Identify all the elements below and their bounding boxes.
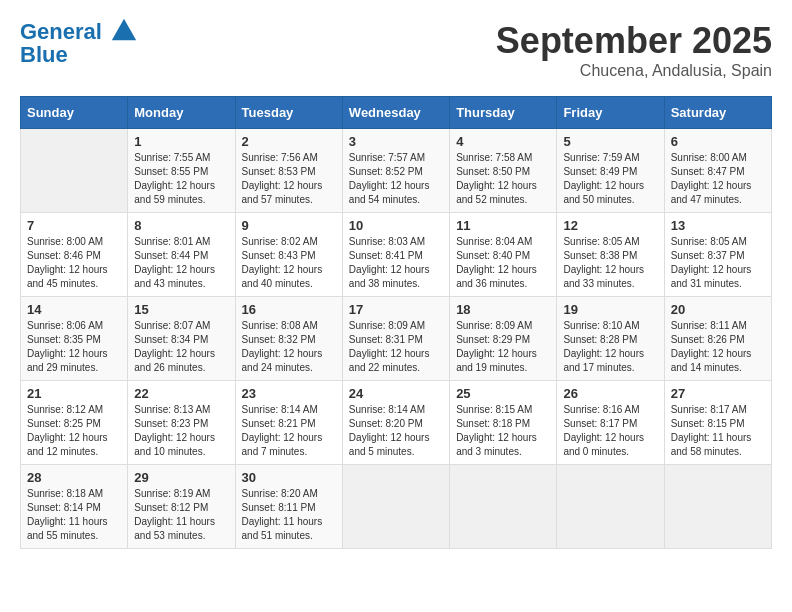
calendar-cell: 13Sunrise: 8:05 AM Sunset: 8:37 PM Dayli… bbox=[664, 213, 771, 297]
month-title: September 2025 bbox=[496, 20, 772, 62]
subtitle: Chucena, Andalusia, Spain bbox=[496, 62, 772, 80]
day-number: 4 bbox=[456, 134, 550, 149]
day-info: Sunrise: 8:02 AM Sunset: 8:43 PM Dayligh… bbox=[242, 235, 336, 291]
day-info: Sunrise: 8:00 AM Sunset: 8:46 PM Dayligh… bbox=[27, 235, 121, 291]
calendar-cell: 27Sunrise: 8:17 AM Sunset: 8:15 PM Dayli… bbox=[664, 381, 771, 465]
calendar-cell bbox=[557, 465, 664, 549]
day-info: Sunrise: 7:58 AM Sunset: 8:50 PM Dayligh… bbox=[456, 151, 550, 207]
day-number: 14 bbox=[27, 302, 121, 317]
day-info: Sunrise: 8:14 AM Sunset: 8:20 PM Dayligh… bbox=[349, 403, 443, 459]
day-info: Sunrise: 8:16 AM Sunset: 8:17 PM Dayligh… bbox=[563, 403, 657, 459]
day-number: 7 bbox=[27, 218, 121, 233]
day-header-friday: Friday bbox=[557, 97, 664, 129]
day-info: Sunrise: 7:57 AM Sunset: 8:52 PM Dayligh… bbox=[349, 151, 443, 207]
calendar-cell: 10Sunrise: 8:03 AM Sunset: 8:41 PM Dayli… bbox=[342, 213, 449, 297]
calendar-cell: 15Sunrise: 8:07 AM Sunset: 8:34 PM Dayli… bbox=[128, 297, 235, 381]
calendar-cell: 12Sunrise: 8:05 AM Sunset: 8:38 PM Dayli… bbox=[557, 213, 664, 297]
calendar-cell bbox=[21, 129, 128, 213]
calendar-cell: 5Sunrise: 7:59 AM Sunset: 8:49 PM Daylig… bbox=[557, 129, 664, 213]
calendar-cell: 16Sunrise: 8:08 AM Sunset: 8:32 PM Dayli… bbox=[235, 297, 342, 381]
calendar-cell: 19Sunrise: 8:10 AM Sunset: 8:28 PM Dayli… bbox=[557, 297, 664, 381]
week-row-5: 28Sunrise: 8:18 AM Sunset: 8:14 PM Dayli… bbox=[21, 465, 772, 549]
title-area: September 2025 Chucena, Andalusia, Spain bbox=[496, 20, 772, 80]
calendar-cell: 8Sunrise: 8:01 AM Sunset: 8:44 PM Daylig… bbox=[128, 213, 235, 297]
calendar-cell: 11Sunrise: 8:04 AM Sunset: 8:40 PM Dayli… bbox=[450, 213, 557, 297]
calendar-cell bbox=[664, 465, 771, 549]
calendar-table: SundayMondayTuesdayWednesdayThursdayFrid… bbox=[20, 96, 772, 549]
day-number: 17 bbox=[349, 302, 443, 317]
day-number: 3 bbox=[349, 134, 443, 149]
day-info: Sunrise: 8:01 AM Sunset: 8:44 PM Dayligh… bbox=[134, 235, 228, 291]
day-number: 8 bbox=[134, 218, 228, 233]
day-number: 12 bbox=[563, 218, 657, 233]
day-info: Sunrise: 8:09 AM Sunset: 8:31 PM Dayligh… bbox=[349, 319, 443, 375]
week-row-1: 1Sunrise: 7:55 AM Sunset: 8:55 PM Daylig… bbox=[21, 129, 772, 213]
calendar-cell: 9Sunrise: 8:02 AM Sunset: 8:43 PM Daylig… bbox=[235, 213, 342, 297]
calendar-cell: 18Sunrise: 8:09 AM Sunset: 8:29 PM Dayli… bbox=[450, 297, 557, 381]
day-number: 18 bbox=[456, 302, 550, 317]
day-info: Sunrise: 7:56 AM Sunset: 8:53 PM Dayligh… bbox=[242, 151, 336, 207]
calendar-cell: 21Sunrise: 8:12 AM Sunset: 8:25 PM Dayli… bbox=[21, 381, 128, 465]
day-info: Sunrise: 8:00 AM Sunset: 8:47 PM Dayligh… bbox=[671, 151, 765, 207]
calendar-cell: 25Sunrise: 8:15 AM Sunset: 8:18 PM Dayli… bbox=[450, 381, 557, 465]
day-number: 11 bbox=[456, 218, 550, 233]
day-info: Sunrise: 8:11 AM Sunset: 8:26 PM Dayligh… bbox=[671, 319, 765, 375]
calendar-cell: 1Sunrise: 7:55 AM Sunset: 8:55 PM Daylig… bbox=[128, 129, 235, 213]
calendar-cell: 30Sunrise: 8:20 AM Sunset: 8:11 PM Dayli… bbox=[235, 465, 342, 549]
day-info: Sunrise: 7:59 AM Sunset: 8:49 PM Dayligh… bbox=[563, 151, 657, 207]
day-info: Sunrise: 8:03 AM Sunset: 8:41 PM Dayligh… bbox=[349, 235, 443, 291]
day-number: 30 bbox=[242, 470, 336, 485]
day-info: Sunrise: 8:05 AM Sunset: 8:38 PM Dayligh… bbox=[563, 235, 657, 291]
day-number: 23 bbox=[242, 386, 336, 401]
week-row-4: 21Sunrise: 8:12 AM Sunset: 8:25 PM Dayli… bbox=[21, 381, 772, 465]
calendar-cell: 3Sunrise: 7:57 AM Sunset: 8:52 PM Daylig… bbox=[342, 129, 449, 213]
logo: General Blue bbox=[20, 20, 138, 67]
day-header-sunday: Sunday bbox=[21, 97, 128, 129]
day-info: Sunrise: 8:04 AM Sunset: 8:40 PM Dayligh… bbox=[456, 235, 550, 291]
day-number: 10 bbox=[349, 218, 443, 233]
day-info: Sunrise: 8:15 AM Sunset: 8:18 PM Dayligh… bbox=[456, 403, 550, 459]
day-number: 25 bbox=[456, 386, 550, 401]
day-info: Sunrise: 8:06 AM Sunset: 8:35 PM Dayligh… bbox=[27, 319, 121, 375]
day-info: Sunrise: 8:13 AM Sunset: 8:23 PM Dayligh… bbox=[134, 403, 228, 459]
calendar-cell: 17Sunrise: 8:09 AM Sunset: 8:31 PM Dayli… bbox=[342, 297, 449, 381]
calendar-cell: 26Sunrise: 8:16 AM Sunset: 8:17 PM Dayli… bbox=[557, 381, 664, 465]
day-info: Sunrise: 8:14 AM Sunset: 8:21 PM Dayligh… bbox=[242, 403, 336, 459]
calendar-cell: 22Sunrise: 8:13 AM Sunset: 8:23 PM Dayli… bbox=[128, 381, 235, 465]
day-number: 6 bbox=[671, 134, 765, 149]
day-number: 9 bbox=[242, 218, 336, 233]
week-row-3: 14Sunrise: 8:06 AM Sunset: 8:35 PM Dayli… bbox=[21, 297, 772, 381]
day-number: 5 bbox=[563, 134, 657, 149]
day-number: 28 bbox=[27, 470, 121, 485]
day-number: 19 bbox=[563, 302, 657, 317]
day-info: Sunrise: 8:19 AM Sunset: 8:12 PM Dayligh… bbox=[134, 487, 228, 543]
day-header-saturday: Saturday bbox=[664, 97, 771, 129]
day-header-tuesday: Tuesday bbox=[235, 97, 342, 129]
calendar-cell: 2Sunrise: 7:56 AM Sunset: 8:53 PM Daylig… bbox=[235, 129, 342, 213]
day-header-wednesday: Wednesday bbox=[342, 97, 449, 129]
day-number: 16 bbox=[242, 302, 336, 317]
calendar-cell: 24Sunrise: 8:14 AM Sunset: 8:20 PM Dayli… bbox=[342, 381, 449, 465]
day-info: Sunrise: 8:20 AM Sunset: 8:11 PM Dayligh… bbox=[242, 487, 336, 543]
calendar-cell bbox=[342, 465, 449, 549]
calendar-header: SundayMondayTuesdayWednesdayThursdayFrid… bbox=[21, 97, 772, 129]
day-number: 20 bbox=[671, 302, 765, 317]
calendar-cell: 14Sunrise: 8:06 AM Sunset: 8:35 PM Dayli… bbox=[21, 297, 128, 381]
day-number: 13 bbox=[671, 218, 765, 233]
calendar-cell: 7Sunrise: 8:00 AM Sunset: 8:46 PM Daylig… bbox=[21, 213, 128, 297]
day-number: 26 bbox=[563, 386, 657, 401]
day-number: 27 bbox=[671, 386, 765, 401]
week-row-2: 7Sunrise: 8:00 AM Sunset: 8:46 PM Daylig… bbox=[21, 213, 772, 297]
logo-icon bbox=[110, 17, 138, 45]
day-info: Sunrise: 8:07 AM Sunset: 8:34 PM Dayligh… bbox=[134, 319, 228, 375]
calendar-cell: 28Sunrise: 8:18 AM Sunset: 8:14 PM Dayli… bbox=[21, 465, 128, 549]
day-number: 2 bbox=[242, 134, 336, 149]
header: General Blue September 2025 Chucena, And… bbox=[20, 20, 772, 80]
calendar-cell: 23Sunrise: 8:14 AM Sunset: 8:21 PM Dayli… bbox=[235, 381, 342, 465]
day-number: 21 bbox=[27, 386, 121, 401]
day-number: 29 bbox=[134, 470, 228, 485]
day-info: Sunrise: 7:55 AM Sunset: 8:55 PM Dayligh… bbox=[134, 151, 228, 207]
day-info: Sunrise: 8:17 AM Sunset: 8:15 PM Dayligh… bbox=[671, 403, 765, 459]
day-info: Sunrise: 8:05 AM Sunset: 8:37 PM Dayligh… bbox=[671, 235, 765, 291]
calendar-cell: 29Sunrise: 8:19 AM Sunset: 8:12 PM Dayli… bbox=[128, 465, 235, 549]
